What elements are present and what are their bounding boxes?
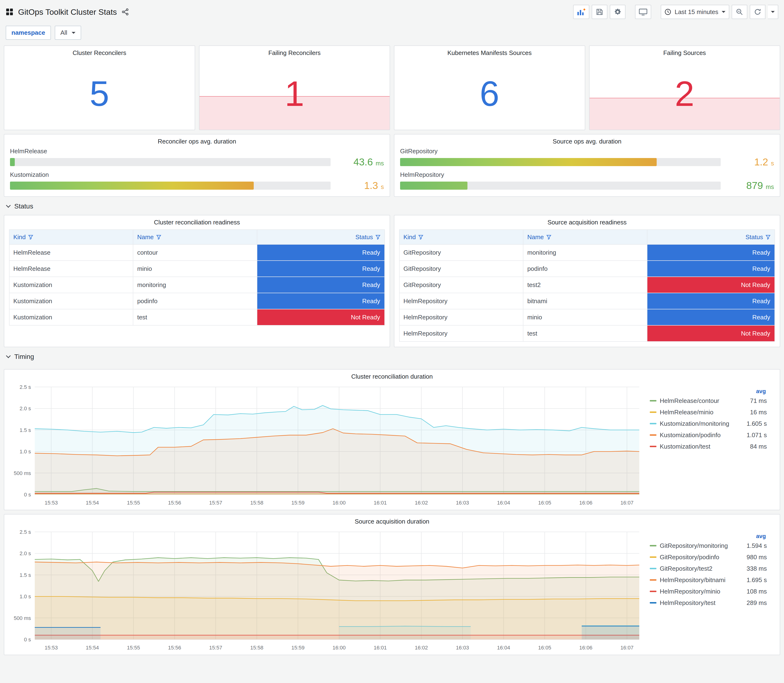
caret-down-icon bbox=[771, 11, 775, 13]
legend-series-avg: 980 ms bbox=[747, 553, 767, 561]
svg-text:15:59: 15:59 bbox=[291, 500, 305, 506]
legend-item-gitrepository-podinfo[interactable]: GitRepository/podinfo980 ms bbox=[650, 552, 767, 563]
legend-item-helmrepository-test[interactable]: HelmRepository/test289 ms bbox=[650, 597, 767, 609]
svg-text:1.5 s: 1.5 s bbox=[19, 427, 31, 433]
filter-funnel-icon[interactable] bbox=[546, 234, 552, 240]
filter-funnel-icon[interactable] bbox=[418, 234, 423, 240]
gauge-value: 1.2 s bbox=[726, 156, 774, 168]
panel-title: Failing Sources bbox=[663, 46, 706, 58]
legend-item-helmrepository-bitnami[interactable]: HelmRepository/bitnami1.695 s bbox=[650, 574, 767, 586]
svg-text:2.5 s: 2.5 s bbox=[19, 384, 31, 390]
panel-title: Reconciler ops avg. duration bbox=[10, 135, 384, 146]
cell-name: monitoring bbox=[133, 281, 257, 289]
column-header-name[interactable]: Name bbox=[133, 230, 257, 244]
legend-series-name: HelmRepository/test bbox=[660, 599, 743, 607]
table-row: GitRepositorymonitoringReady bbox=[399, 244, 775, 261]
cell-kind: Kustomization bbox=[10, 314, 133, 321]
svg-text:16:04: 16:04 bbox=[497, 500, 510, 506]
section-status-toggle[interactable]: Status bbox=[4, 197, 780, 215]
legend-item-kustomization-monitoring[interactable]: Kustomization/monitoring1.605 s bbox=[650, 418, 767, 429]
section-timing-toggle[interactable]: Timing bbox=[4, 347, 780, 365]
bar-gauge-kustomization: Kustomization1.3 s bbox=[10, 171, 384, 191]
gauge-label: GitRepository bbox=[400, 148, 774, 155]
legend-series-avg: 84 ms bbox=[750, 443, 767, 450]
chart-body: 0 s500 ms1.0 s1.5 s2.0 s2.5 s15:5315:541… bbox=[7, 381, 777, 509]
bar-gauge-helmrepository: HelmRepository879 ms bbox=[400, 171, 774, 191]
svg-text:16:03: 16:03 bbox=[456, 645, 469, 651]
legend-item-helmrepository-minio[interactable]: HelmRepository/minio108 ms bbox=[650, 586, 767, 597]
chevron-down-icon bbox=[6, 203, 11, 208]
gauge-label: HelmRelease bbox=[10, 148, 384, 155]
svg-text:16:06: 16:06 bbox=[579, 645, 592, 651]
svg-text:0 s: 0 s bbox=[24, 492, 31, 498]
variable-namespace-value: All bbox=[61, 29, 67, 37]
variable-namespace-select[interactable]: All bbox=[55, 26, 81, 40]
legend-item-helmrelease-contour[interactable]: HelmRelease/contour71 ms bbox=[650, 395, 767, 406]
add-panel-button[interactable] bbox=[573, 5, 589, 19]
legend-series-name: Kustomization/test bbox=[660, 443, 747, 450]
section-timing-title: Timing bbox=[14, 353, 34, 361]
legend-item-kustomization-podinfo[interactable]: Kustomization/podinfo1.071 s bbox=[650, 429, 767, 441]
column-header-kind[interactable]: Kind bbox=[399, 230, 523, 244]
panel-title: Cluster Reconcilers bbox=[72, 46, 126, 58]
tv-mode-button[interactable] bbox=[635, 5, 651, 19]
column-header-status[interactable]: Status bbox=[647, 230, 775, 244]
dashboards-grid-icon[interactable] bbox=[6, 8, 13, 16]
legend-avg-header: avg bbox=[650, 533, 767, 539]
chevron-down-icon bbox=[6, 353, 11, 358]
panel-cluster-reconciliation-readiness: Cluster reconciliation readinessKindName… bbox=[4, 215, 390, 347]
status-badge: Not Ready bbox=[648, 325, 774, 341]
legend-series-avg: 1.605 s bbox=[747, 420, 767, 427]
share-icon[interactable] bbox=[122, 8, 129, 16]
filter-funnel-icon[interactable] bbox=[765, 234, 771, 240]
gauge-value: 43.6 ms bbox=[336, 156, 384, 168]
chart-body: 0 s500 ms1.0 s1.5 s2.0 s2.5 s15:5315:541… bbox=[7, 526, 777, 654]
chart-legend: avgGitRepository/monitoring1.594 sGitRep… bbox=[645, 526, 771, 609]
gauge-fill bbox=[400, 181, 467, 190]
svg-text:16:05: 16:05 bbox=[538, 500, 551, 506]
svg-text:15:57: 15:57 bbox=[209, 500, 222, 506]
legend-item-helmrelease-minio[interactable]: HelmRelease/minio16 ms bbox=[650, 406, 767, 418]
legend-item-gitrepository-test2[interactable]: GitRepository/test2338 ms bbox=[650, 563, 767, 574]
panel-title: Source ops avg. duration bbox=[400, 135, 774, 146]
legend-series-name: HelmRelease/minio bbox=[660, 409, 747, 416]
zoom-out-button[interactable] bbox=[732, 5, 747, 19]
legend-series-avg: 71 ms bbox=[750, 397, 767, 404]
panel-reconciler-ops-avg-duration: Reconciler ops avg. durationHelmRelease4… bbox=[4, 134, 390, 197]
column-header-name[interactable]: Name bbox=[523, 230, 647, 244]
table-row: HelmRepositoryminioReady bbox=[399, 309, 775, 325]
filter-funnel-icon[interactable] bbox=[28, 234, 33, 240]
legend-series-swatch bbox=[650, 579, 656, 581]
filter-funnel-icon[interactable] bbox=[156, 234, 161, 240]
legend-series-swatch bbox=[650, 423, 656, 424]
status-badge: Ready bbox=[648, 261, 774, 277]
svg-text:0 s: 0 s bbox=[24, 637, 31, 643]
panel-title: Source acquisition duration bbox=[7, 515, 777, 526]
cell-name: monitoring bbox=[523, 249, 647, 256]
legend-item-gitrepository-monitoring[interactable]: GitRepository/monitoring1.594 s bbox=[650, 540, 767, 552]
refresh-button[interactable] bbox=[750, 5, 765, 19]
status-tables-row: Cluster reconciliation readinessKindName… bbox=[4, 215, 780, 347]
legend-item-kustomization-test[interactable]: Kustomization/test84 ms bbox=[650, 441, 767, 452]
dashboard-settings-button[interactable] bbox=[610, 5, 625, 19]
table-row: HelmReleaseminioReady bbox=[9, 261, 385, 277]
svg-text:16:01: 16:01 bbox=[374, 645, 387, 651]
gauge-value: 1.3 s bbox=[336, 180, 384, 191]
status-badge: Ready bbox=[257, 261, 385, 277]
refresh-interval-dropdown[interactable] bbox=[768, 5, 778, 19]
dashboard-header: GitOps Toolkit Cluster Stats bbox=[4, 2, 780, 22]
stat-panel-failing-reconcilers: Failing Reconcilers1 bbox=[199, 45, 390, 130]
cell-kind: Kustomization bbox=[10, 281, 133, 289]
table-row: HelmRepositorybitnamiReady bbox=[399, 293, 775, 309]
status-badge: Ready bbox=[648, 245, 774, 260]
cell-kind: GitRepository bbox=[399, 265, 523, 273]
save-dashboard-button[interactable] bbox=[592, 5, 608, 19]
column-header-kind[interactable]: Kind bbox=[9, 230, 133, 244]
svg-text:16:01: 16:01 bbox=[374, 500, 387, 506]
column-header-status[interactable]: Status bbox=[257, 230, 385, 244]
svg-text:16:03: 16:03 bbox=[456, 500, 469, 506]
time-range-picker[interactable]: Last 15 minutes bbox=[661, 5, 729, 19]
legend-series-swatch bbox=[650, 602, 656, 603]
filter-funnel-icon[interactable] bbox=[375, 234, 381, 240]
table-row: KustomizationpodinfoReady bbox=[9, 293, 385, 309]
